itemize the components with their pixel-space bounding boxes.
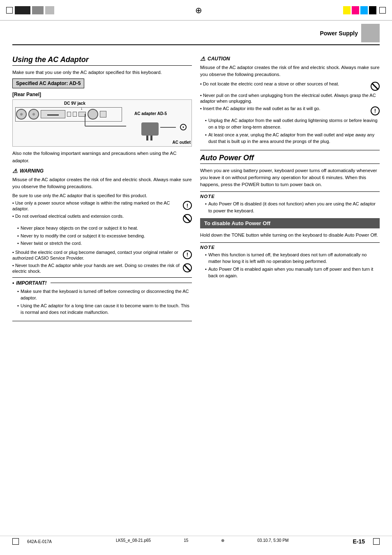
warning-bullet-5: Never try to modify the cord or subject …: [17, 233, 192, 240]
warning-bullet-3-text: • Do not overload electrical outlets and…: [12, 213, 181, 219]
auto-power-off-note: NOTE Auto Power Off is disabled (it does…: [200, 191, 380, 214]
black-block-2: [32, 6, 44, 14]
caution-bullet-1-row: • Do not locate the electric cord near a…: [200, 81, 380, 91]
warning-bullet-8-row: • Never touch the AC adaptor while your …: [12, 263, 192, 274]
footer-date: 03.10.7, 5:30 PM: [257, 538, 288, 545]
left-column: Using the AC Adaptor Make sure that you …: [12, 55, 192, 325]
exclamation-icon-1: !: [183, 201, 192, 210]
ac-adapter-body: [141, 122, 159, 136]
disable-note-heading: NOTE: [200, 245, 380, 250]
warning-triangle-icon: ⚠: [12, 168, 18, 174]
caution-bullets-4-5: Unplug the AC adaptor from the wall outl…: [205, 117, 380, 145]
warning-bullet-1-row: Be sure to use only the AC adaptor that …: [12, 193, 192, 198]
footer-center-group: LK55_e_08-21.p65 15 ⊕ 03.10.7, 5:30 PM: [116, 538, 288, 545]
no-symbol-2: [183, 263, 192, 272]
warning-title: WARNING: [20, 168, 44, 174]
specified-box: Specified AC Adaptor: AD-5: [12, 78, 84, 88]
auto-power-off-section: Auto Power Off When you are using batter…: [200, 154, 380, 279]
rear-panel-label: [Rear Panel]: [12, 92, 192, 97]
corner-mark-br: [373, 538, 380, 545]
caution-bullet-3-row: • Insert the AC adaptor into the wall ou…: [200, 106, 380, 115]
auto-power-off-note-bullets: Auto Power Off is disabled (it does not …: [205, 200, 380, 214]
registration-center: ⊕: [60, 0, 337, 20]
important-icon: •: [12, 280, 14, 286]
footer-symbol: ⊕: [221, 538, 224, 545]
caution-bullet-3: Insert the AC adaptor into the wall outl…: [203, 106, 321, 111]
important-title: IMPORTANT!: [16, 280, 46, 286]
footer-left-group: 642A-E-017A: [12, 538, 52, 545]
warning-bullet-1: Be sure to use only the AC adaptor that …: [12, 193, 147, 198]
black-blocks: [15, 6, 54, 14]
exclamation-icon-2: !: [183, 250, 192, 259]
caution-title: CAUTION: [208, 56, 230, 62]
footer-page: 15: [184, 538, 188, 545]
color-yellow: [343, 6, 350, 14]
adapter-prong-2: [150, 136, 152, 140]
page-content: Using the AC Adaptor Make sure that you …: [0, 49, 392, 334]
ac-outlet-label: AC outlet: [173, 140, 191, 145]
important-line: [51, 283, 192, 283]
warning-bullet-7-text: • Should the electric cord or plug becom…: [12, 249, 181, 261]
important-bullet-2: Using the AC adaptor for a long time can…: [17, 302, 192, 316]
caution-section: ⚠ CAUTION Misuse of the AC adaptor creat…: [200, 55, 380, 145]
warning-bullet-3-row: • Do not overload electrical outlets and…: [12, 213, 192, 223]
caution-intro: Misuse of the AC adaptor creates the ris…: [200, 64, 380, 78]
no-symbol-caution-1: [371, 82, 380, 91]
no-symbol-1: [183, 214, 192, 223]
page-header-title: Power Supply: [320, 30, 358, 37]
warning-bullet-2-text: • Use only a power source whose voltage …: [12, 200, 181, 212]
caution-heading: ⚠ CAUTION: [200, 55, 380, 62]
disable-note-bullet-1: When this function is turned off, the ke…: [205, 251, 380, 265]
section-divider: [200, 150, 380, 150]
cord-horizontal: [85, 126, 126, 127]
important-bullet-1: Make sure that the keyboard is turned of…: [17, 288, 192, 302]
caution-bullet-3-text: • Insert the AC adaptor into the wall ou…: [200, 106, 369, 111]
ac-adapter-label: AC adapter AD-5: [134, 111, 167, 116]
footer-code: 642A-E-017A: [27, 539, 52, 544]
keyboard-diagram: DC 9V jack ↓ ◎ ◎ ▬▬▬▬: [12, 99, 192, 147]
warning-bullet-7-row: • Should the electric cord or plug becom…: [12, 249, 192, 261]
caution-bullet-5: At least once a year, unplug the AC adap…: [205, 131, 380, 145]
black-block-3: [45, 6, 54, 14]
warning-heading: ⚠ WARNING: [12, 168, 192, 174]
disable-note-bullet-2: Auto Power Off is enabled again when you…: [205, 266, 380, 279]
dc-jack-label: DC 9V jack: [64, 101, 85, 106]
also-note-text: Also note the following important warnin…: [12, 150, 192, 164]
footer-filename: LK55_e_08-21.p65: [116, 538, 151, 545]
auto-power-off-intro: When you are using battery power, keyboa…: [200, 167, 380, 189]
cord-to-outlet: [160, 127, 176, 128]
warning-section: ⚠ WARNING Misuse of the AC adaptor creat…: [12, 168, 192, 274]
warning-bullet-8: Never touch the AC adaptor while your ha…: [12, 263, 180, 274]
cord-vertical: [85, 114, 85, 126]
page-footer: 642A-E-017A LK55_e_08-21.p65 15 ⊕ 03.10.…: [0, 536, 392, 547]
outlet-symbol: ⊙: [179, 121, 187, 133]
black-block-1: [15, 6, 30, 14]
panel-outline: [15, 107, 122, 122]
ac-adaptor-intro: Make sure that you use only the AC adapt…: [12, 69, 192, 76]
adapter-prong-1: [146, 136, 148, 140]
caution-bullet-2-text: • Never pull on the cord when unplugging…: [200, 92, 380, 104]
warning-intro: Misuse of the AC adaptor creates the ris…: [12, 176, 192, 191]
disable-note: NOTE When this function is turned off, t…: [200, 242, 380, 279]
auto-power-off-title: Auto Power Off: [200, 154, 380, 164]
caution-triangle-icon: ⚠: [200, 55, 205, 62]
warning-bullet-7: Should the electric cord or plug become …: [12, 250, 178, 260]
warning-bullet-1-text: Be sure to use only the AC adaptor that …: [12, 193, 192, 198]
page-number: E-15: [353, 538, 365, 545]
disable-text: Hold down the TONE button while turning …: [200, 232, 380, 239]
warning-bullets-4-6: Never place heavy objects on the cord or…: [17, 225, 192, 247]
caution-bullet-2: Never pull on the cord when unplugging f…: [200, 93, 376, 104]
auto-power-off-note-heading: NOTE: [200, 194, 380, 199]
caution-bullet-4: Unplug the AC adaptor from the wall outl…: [205, 117, 380, 131]
color-magenta: [352, 6, 359, 14]
caution-bullet-1: Do not locate the electric cord near a s…: [203, 81, 339, 86]
important-bullets: Make sure that the keyboard is turned of…: [17, 288, 192, 316]
disable-note-bullets: When this function is turned off, the ke…: [205, 251, 380, 279]
page-header-bar: Power Supply: [12, 21, 380, 44]
right-column: ⚠ CAUTION Misuse of the AC adaptor creat…: [200, 55, 380, 325]
reg-right: [337, 0, 392, 20]
header-right-group: Power Supply: [320, 24, 380, 42]
ac-adaptor-title: Using the AC Adaptor: [12, 55, 192, 66]
corner-mark-bl: [12, 538, 19, 545]
auto-power-off-note-bullet-1: Auto Power Off is disabled (it does not …: [205, 200, 380, 214]
